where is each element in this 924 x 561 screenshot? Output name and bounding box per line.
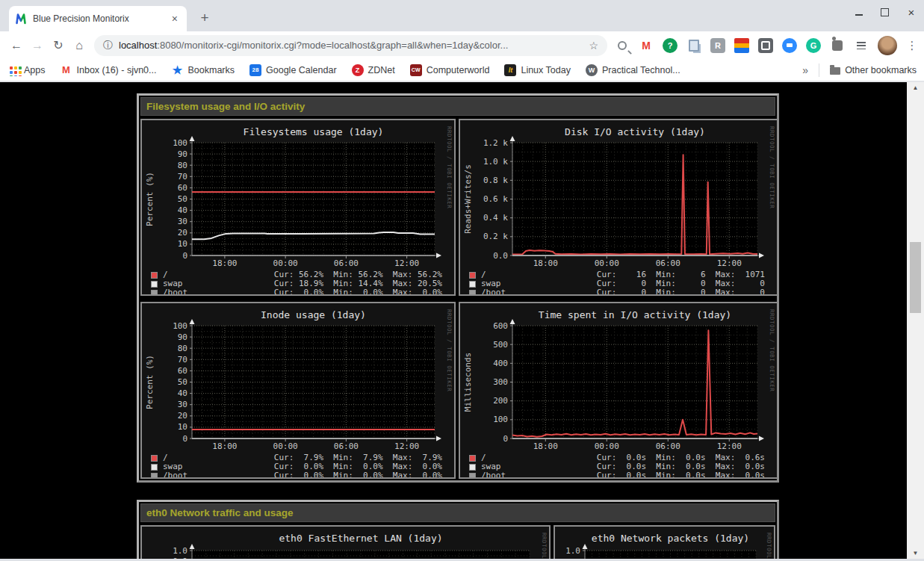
address-bar[interactable]: ⓘ localhost:8080/monitorix-cgi/monitorix… — [94, 35, 607, 56]
svg-text:Reads+Writes/s: Reads+Writes/s — [463, 164, 473, 234]
svg-text:00:00: 00:00 — [595, 441, 619, 450]
bookmark-item-bookmarks[interactable]: ★Bookmarks — [172, 64, 235, 76]
svg-text:100: 100 — [493, 415, 508, 424]
svg-text:RRDTOOL / TOBI OETIKER: RRDTOOL / TOBI OETIKER — [769, 309, 775, 391]
r-extension-icon[interactable]: R — [710, 38, 725, 53]
scrollbar-thumb[interactable] — [910, 242, 921, 313]
bookmark-star-icon[interactable]: ☆ — [589, 40, 598, 52]
svg-text:12:00: 12:00 — [394, 258, 419, 267]
search-extension-icon[interactable] — [615, 38, 630, 53]
legend-series-name: /boot — [481, 288, 506, 296]
bookmark-item-linux-today[interactable]: ltLinux Today — [504, 64, 571, 76]
back-button[interactable]: ← — [6, 35, 27, 56]
extensions-puzzle-icon[interactable] — [830, 38, 845, 53]
svg-text:20: 20 — [178, 228, 187, 238]
bookmark-label: Bookmarks — [188, 65, 235, 75]
chart-eth0-packets[interactable]: 1.0eth0 Network packets (1day)Packets/sR… — [554, 525, 775, 561]
bookmark-label: Google Calendar — [266, 65, 337, 75]
phone-extension-icon[interactable]: ? — [663, 38, 678, 53]
reload-button[interactable]: ↻ — [48, 35, 69, 56]
legend-row: /bootCur: 0.0% Min: 0.0% Max: 0.0% — [151, 288, 454, 296]
legend-stats: Cur: 0.0% Min: 0.0% Max: 0.0% — [274, 288, 442, 296]
svg-text:60: 60 — [178, 183, 187, 193]
svg-text:50: 50 — [178, 194, 187, 204]
home-button[interactable]: ⌂ — [69, 35, 90, 56]
tab-title: Blue Precision Monitorix — [33, 13, 169, 24]
svg-text:eth0 FastEthernet LAN (1day): eth0 FastEthernet LAN (1day) — [279, 533, 442, 544]
chart-legend: /Cur: 0.0s Min: 0.0s Max: 0.6sswapCur: 0… — [460, 453, 777, 479]
chart-legend: /Cur: 16 Min: 6 Max: 1071swapCur: 0 Min:… — [460, 270, 777, 296]
other-bookmarks-label: Other bookmarks — [845, 65, 917, 75]
grammarly-extension-icon[interactable]: G — [806, 38, 821, 53]
bookmark-item-apps[interactable]: Apps — [7, 64, 46, 76]
wordpress-icon: W — [586, 64, 598, 76]
svg-text:06:00: 06:00 — [334, 441, 359, 450]
url-text[interactable]: localhost:8080/monitorix-cgi/monitorix.c… — [119, 40, 583, 51]
legend-stats: Cur: 0 Min: 0 Max: 0 — [597, 288, 765, 296]
gray-app-extension-icon[interactable] — [758, 38, 773, 53]
svg-text:0: 0 — [182, 251, 187, 261]
list-icon — [857, 42, 866, 49]
bookmarks-overflow-chevron[interactable]: » — [802, 64, 808, 76]
svg-text:600: 600 — [493, 321, 508, 331]
window-close-button[interactable]: × — [906, 7, 917, 17]
monitorix-favicon — [15, 13, 27, 25]
chrome-menu-icon[interactable]: ⋮ — [906, 39, 918, 52]
window-minimize-button[interactable] — [855, 9, 863, 16]
zdnet-icon: Z — [352, 64, 364, 76]
media-list-extension-icon[interactable] — [854, 38, 869, 53]
forward-button[interactable]: → — [27, 35, 48, 56]
svg-text:00:00: 00:00 — [595, 258, 619, 267]
bookmark-item-zdnet[interactable]: ZZDNet — [352, 64, 395, 76]
vertical-scrollbar[interactable]: ▲ ▼ — [907, 82, 924, 559]
folder-icon — [830, 67, 840, 75]
page-info-icon[interactable]: ⓘ — [103, 39, 113, 52]
svg-text:100: 100 — [173, 138, 187, 148]
gmail-extension-icon[interactable]: M — [639, 38, 654, 53]
svg-text:Percent (%): Percent (%) — [145, 172, 155, 226]
books-extension-icon[interactable] — [734, 38, 749, 53]
chart-disk-io-activity[interactable]: 0.00.2 k0.4 k0.6 k0.8 k1.0 k1.2 k18:0000… — [459, 119, 778, 296]
scrollbar-up-arrow-icon[interactable]: ▲ — [907, 82, 924, 93]
legend-swatch-icon — [151, 464, 158, 471]
star-icon: ★ — [172, 64, 184, 76]
extensions-row: M ? R G ⋮ — [615, 36, 918, 55]
svg-text:00:00: 00:00 — [273, 258, 298, 267]
bookmark-label: Linux Today — [521, 65, 571, 75]
bookmark-item-google-calendar[interactable]: 28Google Calendar — [249, 64, 337, 76]
tab-blue-precision-monitorix[interactable]: Blue Precision Monitorix × — [9, 6, 187, 31]
chart-time-spent-io[interactable]: 010020030040050060018:0000:0006:0012:00T… — [459, 302, 778, 479]
legend-stats: Cur: 0.0% Min: 0.0% Max: 0.0% — [274, 471, 442, 479]
scrollbar-down-arrow-icon[interactable]: ▼ — [907, 548, 924, 559]
svg-text:300: 300 — [493, 377, 508, 387]
legend-series-name: /boot — [481, 471, 506, 479]
bookmark-item-inbox-16-sjvn0[interactable]: MInbox (16) - sjvn0... — [61, 64, 157, 76]
svg-text:1.0: 1.0 — [565, 546, 580, 556]
window-maximize-button[interactable] — [881, 8, 889, 16]
legend-swatch-icon — [151, 290, 158, 297]
computerworld-icon: CW — [410, 64, 422, 76]
chart-inode-usage[interactable]: 010203040506070809010018:0000:0006:0012:… — [140, 302, 456, 479]
svg-text:0: 0 — [182, 434, 187, 444]
svg-text:100: 100 — [173, 321, 187, 331]
svg-text:60: 60 — [178, 366, 187, 376]
chart-eth0-traffic[interactable]: 0.91.0eth0 FastEthernet LAN (1day)RRDTOO… — [140, 525, 551, 561]
tab-close-icon[interactable]: × — [169, 13, 181, 25]
legend-swatch-icon — [469, 464, 476, 471]
svg-text:1.2 k: 1.2 k — [483, 138, 508, 148]
svg-text:0.2 k: 0.2 k — [483, 232, 508, 241]
bookmark-item-practical-technol[interactable]: WPractical Technol... — [586, 64, 680, 76]
profile-avatar[interactable] — [878, 36, 897, 55]
svg-text:0.6 k: 0.6 k — [483, 194, 508, 204]
svg-text:90: 90 — [178, 149, 187, 159]
copy-pages-extension-icon[interactable] — [686, 38, 701, 53]
svg-text:30: 30 — [178, 217, 187, 226]
svg-text:18:00: 18:00 — [533, 258, 558, 267]
bookmark-item-computerworld[interactable]: CWComputerworld — [410, 64, 490, 76]
zoom-extension-icon[interactable] — [782, 38, 797, 53]
legend-swatch-icon — [469, 473, 476, 480]
other-bookmarks-button[interactable]: Other bookmarks — [830, 65, 917, 75]
chart-filesystems-usage[interactable]: 010203040506070809010018:0000:0006:0012:… — [140, 119, 456, 296]
svg-text:400: 400 — [493, 359, 508, 368]
new-tab-button[interactable]: + — [194, 7, 215, 28]
